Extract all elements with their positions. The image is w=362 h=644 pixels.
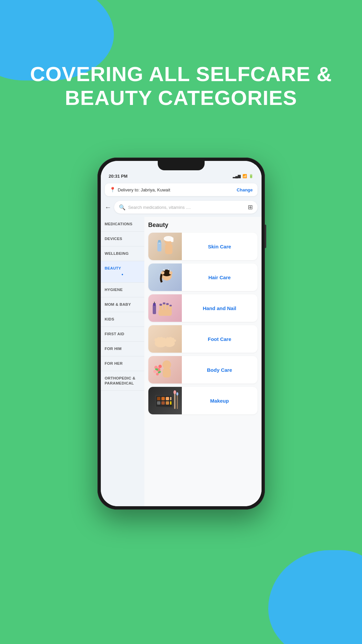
sidebar-item-for-him[interactable]: FOR HIM — [101, 342, 144, 356]
category-card-foot-care[interactable]: Foot Care — [148, 325, 258, 353]
svg-rect-52 — [170, 397, 171, 400]
svg-point-12 — [168, 269, 169, 270]
phone-mockup: 20:31 PM ▂▄▆ 📶 🔋 📍 Delivery to: Jabriya,… — [97, 158, 265, 510]
svg-rect-6 — [159, 243, 160, 243]
makeup-label: Makeup — [182, 398, 258, 404]
sidebar-item-beauty[interactable]: BEAUTY — [101, 261, 144, 283]
change-button[interactable]: Change — [237, 187, 253, 192]
hand-nail-label: Hand and Nail — [182, 305, 258, 311]
sidebar: MEDICATIONS DEVICES WELLBEING BEAUTY HYG… — [101, 217, 144, 506]
svg-point-37 — [173, 340, 176, 342]
svg-rect-57 — [174, 392, 175, 409]
svg-point-13 — [169, 270, 171, 272]
svg-rect-39 — [163, 368, 171, 377]
hero-title: COVERING ALL SELFCARE & BEAUTY CATEGORIE… — [0, 62, 362, 110]
search-icon: 🔍 — [119, 204, 126, 211]
svg-point-11 — [163, 269, 165, 271]
svg-rect-20 — [163, 302, 165, 304]
sidebar-item-for-her[interactable]: FOR HER — [101, 356, 144, 371]
body-care-label: Body Care — [182, 367, 258, 373]
svg-point-58 — [173, 390, 176, 394]
svg-point-10 — [169, 271, 172, 275]
category-card-hair-care[interactable]: Hair Care — [148, 264, 258, 291]
sidebar-item-first-aid[interactable]: FIRST AID — [101, 327, 144, 342]
body-care-image — [148, 356, 182, 384]
sidebar-item-medications[interactable]: MEDICATIONS — [101, 217, 144, 232]
search-bar: ← 🔍 Search medications, vitamins .... ⊞ — [101, 199, 262, 216]
delivery-left: 📍 Delivery to: Jabriya, Kuwait — [110, 187, 170, 193]
foot-care-image — [148, 325, 182, 353]
hair-care-label: Hair Care — [182, 275, 258, 280]
sidebar-item-orthopedic[interactable]: ORTHOPEDIC & PARAMEDICAL — [101, 371, 144, 391]
svg-rect-25 — [154, 302, 155, 304]
background-blob-bottom-right — [268, 550, 362, 644]
pin-icon: 📍 — [110, 187, 116, 193]
sidebar-item-devices[interactable]: DEVICES — [101, 232, 144, 246]
svg-rect-22 — [169, 305, 172, 306]
svg-point-60 — [176, 392, 178, 396]
delivery-text: Delivery to: Jabriya, Kuwait — [118, 187, 170, 192]
category-card-skin-care[interactable]: Skin Care — [148, 233, 258, 260]
svg-rect-49 — [157, 397, 160, 400]
section-title: Beauty — [148, 222, 258, 229]
sidebar-item-kids[interactable]: KIDS — [101, 312, 144, 327]
svg-rect-59 — [177, 394, 178, 409]
svg-rect-56 — [170, 401, 171, 405]
sidebar-item-mom-baby[interactable]: MOM & BABY — [101, 297, 144, 312]
svg-point-42 — [158, 365, 162, 368]
svg-rect-50 — [161, 397, 165, 400]
makeup-image — [148, 387, 182, 414]
svg-point-38 — [162, 360, 171, 369]
status-icons: ▂▄▆ 📶 🔋 — [233, 174, 254, 178]
search-input[interactable]: Search medications, vitamins .... — [128, 205, 245, 210]
qr-icon[interactable]: ⊞ — [248, 203, 253, 211]
sidebar-item-hygiene[interactable]: HYGIENE — [101, 283, 144, 297]
svg-rect-53 — [157, 401, 160, 405]
svg-point-9 — [161, 271, 164, 275]
svg-rect-3 — [171, 237, 173, 242]
status-time: 20:31 PM — [109, 174, 128, 179]
phone-notch — [158, 161, 205, 170]
svg-rect-23 — [153, 305, 156, 314]
svg-rect-51 — [166, 397, 169, 400]
skin-care-label: Skin Care — [182, 244, 258, 249]
category-card-makeup[interactable]: Makeup — [148, 387, 258, 414]
category-card-hand-nail[interactable]: Hand and Nail — [148, 294, 258, 322]
foot-care-label: Foot Care — [182, 336, 258, 342]
hand-nail-image — [148, 294, 182, 322]
back-arrow-button[interactable]: ← — [105, 203, 112, 211]
phone-inner: 20:31 PM ▂▄▆ 📶 🔋 📍 Delivery to: Jabriya,… — [101, 161, 262, 506]
svg-rect-54 — [161, 401, 165, 405]
svg-rect-5 — [158, 240, 161, 243]
skin-care-image — [148, 233, 182, 260]
svg-rect-21 — [166, 303, 169, 305]
delivery-bar: 📍 Delivery to: Jabriya, Kuwait Change — [105, 183, 258, 196]
svg-rect-1 — [165, 244, 172, 254]
wifi-icon: 📶 — [242, 174, 247, 178]
svg-rect-19 — [159, 304, 162, 306]
svg-point-30 — [160, 337, 163, 340]
category-card-body-care[interactable]: Body Care — [148, 356, 258, 384]
battery-icon: 🔋 — [249, 174, 254, 178]
svg-rect-55 — [166, 401, 169, 405]
content-area: MEDICATIONS DEVICES WELLBEING BEAUTY HYG… — [101, 217, 262, 506]
signal-icon: ▂▄▆ — [233, 174, 241, 178]
phone-outer: 20:31 PM ▂▄▆ 📶 🔋 📍 Delivery to: Jabriya,… — [97, 158, 265, 510]
sidebar-item-wellbeing[interactable]: WELLBEING — [101, 246, 144, 261]
right-content: Beauty — [144, 217, 262, 506]
hair-care-image — [148, 264, 182, 291]
search-input-wrapper[interactable]: 🔍 Search medications, vitamins .... ⊞ — [114, 201, 258, 214]
